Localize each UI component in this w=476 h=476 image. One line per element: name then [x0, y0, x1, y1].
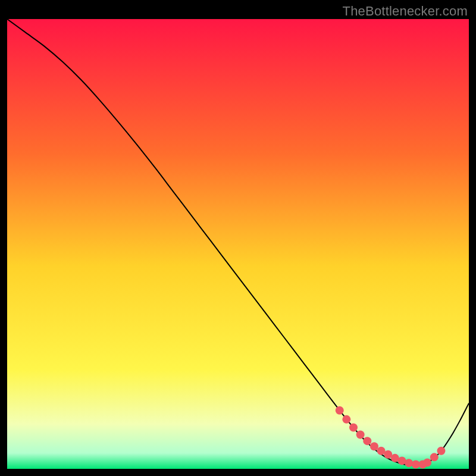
highlight-marker: [405, 459, 413, 467]
highlight-marker: [430, 453, 439, 461]
highlight-marker: [336, 406, 344, 415]
highlight-marker: [363, 437, 371, 445]
highlight-marker: [423, 458, 431, 466]
highlight-marker: [342, 415, 350, 424]
chart-frame: [7, 19, 469, 469]
highlight-marker: [349, 423, 358, 431]
chart-svg: [7, 19, 469, 469]
watermark-text: TheBottlenecker.com: [343, 4, 468, 19]
highlight-marker: [437, 447, 445, 455]
plot-area: [7, 19, 469, 469]
highlight-marker: [356, 431, 365, 439]
highlight-marker: [370, 442, 378, 450]
chart-background: [7, 19, 469, 469]
